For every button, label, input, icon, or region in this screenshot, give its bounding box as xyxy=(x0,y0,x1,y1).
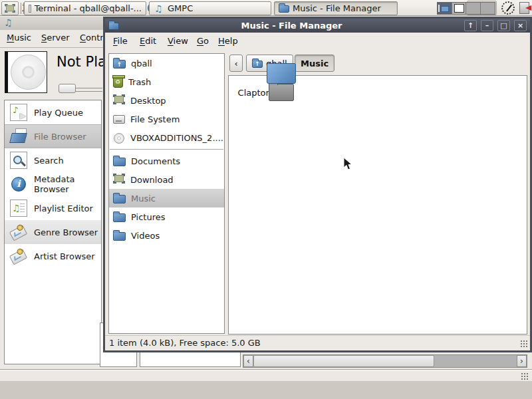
album-art xyxy=(5,51,47,93)
folder-icon xyxy=(113,195,126,203)
fm-place-download[interactable]: Download xyxy=(109,170,224,189)
fm-window-title: Music - File Manager xyxy=(123,21,460,31)
seek-slider-handle[interactable] xyxy=(59,84,76,93)
fm-place-trash[interactable]: Trash xyxy=(109,72,224,91)
file-item-clapton-eric[interactable]: Clapton, Eric xyxy=(235,84,295,98)
fm-place-pictures[interactable]: Pictures xyxy=(109,207,224,226)
maximize-button[interactable]: □ xyxy=(497,20,510,31)
workspace-1[interactable] xyxy=(438,3,452,14)
play-queue-icon xyxy=(10,104,27,121)
fm-place-music[interactable]: Music xyxy=(109,189,224,207)
sidebar-label: Artist Browser xyxy=(34,251,95,261)
fm-place-documents[interactable]: Documents xyxy=(109,152,224,170)
place-label: Desktop xyxy=(130,96,166,106)
place-label: File System xyxy=(130,114,180,124)
place-label: Download xyxy=(130,175,174,185)
fm-window-folder-icon xyxy=(108,23,119,30)
desktop: { "panel": { "xfce_menu": "Xfce Menu", "… xyxy=(0,0,532,399)
drive-icon xyxy=(113,115,125,124)
cd-icon xyxy=(11,55,46,90)
minimize-button[interactable]: – xyxy=(481,20,493,31)
gmpc-sidebar-item-play-queue[interactable]: Play Queue xyxy=(5,100,101,124)
task-terminal[interactable]: Terminal - qball@qball-... xyxy=(24,1,146,15)
fm-menu-view[interactable]: View xyxy=(168,36,188,46)
trash-icon xyxy=(113,76,123,88)
gmpc-resize-grip[interactable] xyxy=(520,372,529,380)
task-gmpc[interactable]: GMPC xyxy=(149,1,271,15)
scrollbar-thumb[interactable] xyxy=(253,355,434,367)
gmpc-sidebar: Play Queue File Browser Search Metadata … xyxy=(4,100,102,364)
music-note-icon xyxy=(154,3,164,13)
home-folder-icon xyxy=(252,61,263,68)
chevron-left-icon: ‹ xyxy=(234,59,237,68)
tag-icon xyxy=(10,247,27,265)
logout-icon[interactable] xyxy=(519,2,529,14)
place-label: Trash xyxy=(128,77,151,87)
scroll-left-icon[interactable]: ‹ xyxy=(243,355,253,367)
task-file-manager[interactable]: Music - File Manager xyxy=(274,1,398,15)
place-label: Videos xyxy=(131,231,160,241)
task-label: GMPC xyxy=(168,3,193,13)
workspace-3[interactable] xyxy=(466,3,481,14)
close-button[interactable]: × xyxy=(514,20,527,31)
folder-icon xyxy=(113,232,126,241)
home-folder-icon xyxy=(113,60,126,68)
scroll-right-icon[interactable]: › xyxy=(517,355,527,367)
playlist-icon xyxy=(10,200,27,217)
task-label: Terminal - qball@qball-... xyxy=(35,3,142,13)
clock-icon[interactable] xyxy=(501,1,515,15)
fm-sidepane: qball Trash Desktop File System VBOXADDI… xyxy=(108,53,225,334)
folder-icon xyxy=(113,158,126,166)
fm-place-vbox[interactable]: VBOXADDITIONS_2.... xyxy=(109,128,224,147)
fm-menu-help[interactable]: Help xyxy=(218,36,238,46)
pathbar-scroll-left-button[interactable]: ‹ xyxy=(229,55,243,72)
search-icon xyxy=(10,152,27,169)
tag-icon xyxy=(10,223,27,241)
fm-menu-edit[interactable]: Edit xyxy=(140,36,156,46)
desktop-icon xyxy=(113,94,125,106)
workspace-pager xyxy=(437,2,495,15)
gmpc-sidebar-item-file-browser[interactable]: File Browser xyxy=(5,124,101,148)
fm-resize-grip[interactable] xyxy=(519,339,529,347)
workspace-2[interactable] xyxy=(452,3,467,14)
sidebar-label: File Browser xyxy=(34,132,86,142)
pathbar-current-button[interactable]: Music xyxy=(295,55,334,72)
gmpc-window-icon xyxy=(3,17,14,29)
gmpc-sidebar-item-search[interactable]: Search xyxy=(5,148,101,172)
sidebar-label: Search xyxy=(34,156,64,166)
fm-place-file-system[interactable]: File System xyxy=(109,110,224,128)
workspace-4[interactable] xyxy=(481,3,495,14)
fm-menubar: File Edit View Go Help xyxy=(105,33,530,50)
fm-place-desktop[interactable]: Desktop xyxy=(109,91,224,110)
gmpc-sidebar-item-artist-browser[interactable]: Artist Browser xyxy=(5,244,101,268)
folder-icon xyxy=(279,5,289,13)
fm-statusbar: 1 item (4.0 kB), Free space: 5.0 GB xyxy=(105,335,530,350)
place-label: Pictures xyxy=(131,212,165,222)
show-desktop-button[interactable] xyxy=(1,1,19,15)
gmpc-menu-server[interactable]: Server xyxy=(41,33,70,43)
fm-menu-file[interactable]: File xyxy=(113,36,128,46)
gmpc-statusbar-separator xyxy=(0,369,532,371)
place-label: qball xyxy=(131,59,152,68)
terminal-icon xyxy=(29,5,31,13)
place-label: VBOXADDITIONS_2.... xyxy=(130,133,223,143)
task-label: Music - File Manager xyxy=(293,3,381,13)
fm-titlebar[interactable]: Music - File Manager ↑ – □ × xyxy=(105,19,530,33)
gmpc-sidebar-item-genre-browser[interactable]: Genre Browser xyxy=(5,220,101,244)
fm-menu-go[interactable]: Go xyxy=(197,36,209,46)
info-icon xyxy=(11,177,26,192)
mouse-cursor xyxy=(343,157,352,172)
folder-icon xyxy=(113,213,126,222)
gmpc-menu-music[interactable]: Music xyxy=(7,33,31,43)
shade-button[interactable]: ↑ xyxy=(464,20,477,31)
fm-place-home[interactable]: qball xyxy=(109,54,224,72)
place-label: Documents xyxy=(131,156,180,166)
fm-place-videos[interactable]: Videos xyxy=(109,226,224,245)
gmpc-sidebar-item-playlist-editor[interactable]: Playlist Editor xyxy=(5,196,101,220)
fm-file-view[interactable]: Clapton, Eric xyxy=(228,75,527,334)
gmpc-sidebar-item-metadata-browser[interactable]: Metadata Browser xyxy=(5,172,101,196)
desktop-icon xyxy=(113,174,125,186)
sidebar-label: Playlist Editor xyxy=(34,203,93,213)
sidebar-label: Metadata Browser xyxy=(34,174,101,194)
gmpc-horizontal-scrollbar[interactable]: ‹ › xyxy=(243,354,527,368)
